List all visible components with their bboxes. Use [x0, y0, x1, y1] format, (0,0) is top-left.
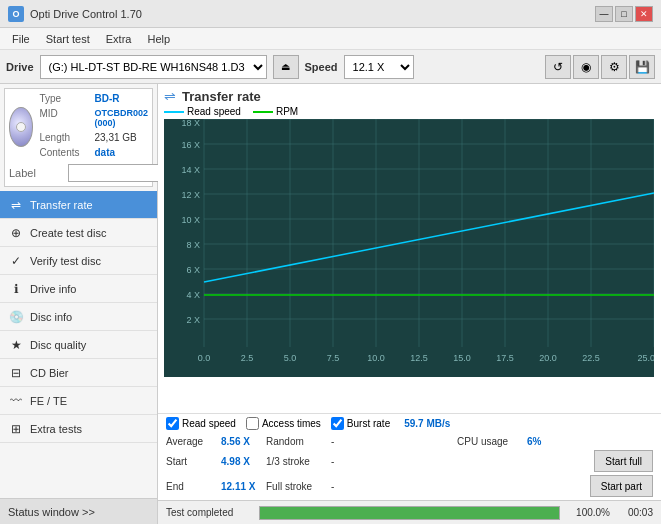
speed-label: Speed	[305, 61, 338, 73]
svg-text:10 X: 10 X	[181, 215, 200, 225]
stats-row-2: Start 4.98 X 1/3 stroke - Start full	[166, 450, 653, 472]
cpu-usage-value: 6%	[527, 436, 653, 447]
average-value: 8.56 X	[221, 436, 266, 447]
start-part-button[interactable]: Start part	[590, 475, 653, 497]
rpm-color	[253, 111, 273, 113]
svg-text:12.5: 12.5	[410, 353, 428, 363]
start-part-container: Start part	[492, 475, 653, 497]
checkbox-row: Read speed Access times Burst rate 59.7 …	[158, 413, 661, 433]
nav-cd-bier[interactable]: ⊟ CD Bier	[0, 359, 157, 387]
svg-text:2 X: 2 X	[186, 315, 200, 325]
legend-rpm: RPM	[253, 106, 298, 117]
disc-contents-value: data	[94, 147, 115, 158]
app-title: Opti Drive Control 1.70	[30, 8, 142, 20]
read-speed-checkbox-label[interactable]: Read speed	[166, 417, 236, 430]
right-panel: ⇌ Transfer rate Read speed RPM	[158, 84, 661, 524]
burst-rate-checkbox[interactable]	[331, 417, 344, 430]
disc-info-panel: Type BD-R MID OTCBDR002 (000) Length 23,…	[4, 88, 153, 187]
close-button[interactable]: ✕	[635, 6, 653, 22]
disc-quality-icon: ★	[8, 337, 24, 353]
svg-text:10.0: 10.0	[367, 353, 385, 363]
save-button[interactable]: 💾	[629, 55, 655, 79]
drivebar: Drive (G:) HL-DT-ST BD-RE WH16NS48 1.D3 …	[0, 50, 661, 84]
disc-label-row: Label 🔍	[9, 164, 148, 182]
disc-type-value: BD-R	[94, 93, 119, 104]
maximize-button[interactable]: □	[615, 6, 633, 22]
status-window-button[interactable]: Status window >>	[0, 498, 157, 524]
disc-icon	[9, 107, 33, 147]
nav-extra-tests-label: Extra tests	[30, 423, 82, 435]
progress-label: Test completed	[166, 507, 251, 518]
full-stroke-value: -	[331, 481, 492, 492]
disc-mid-row: MID OTCBDR002 (000)	[39, 108, 148, 128]
nav-disc-info-label: Disc info	[30, 311, 72, 323]
menu-extra[interactable]: Extra	[98, 31, 140, 47]
nav-verify-test-disc[interactable]: ✓ Verify test disc	[0, 247, 157, 275]
svg-text:4 X: 4 X	[186, 290, 200, 300]
svg-text:12 X: 12 X	[181, 190, 200, 200]
nav-create-test-disc-label: Create test disc	[30, 227, 106, 239]
read-speed-checkbox[interactable]	[166, 417, 179, 430]
svg-text:18 X: 18 X	[181, 119, 200, 128]
nav-disc-info[interactable]: 💿 Disc info	[0, 303, 157, 331]
drive-label: Drive	[6, 61, 34, 73]
transfer-rate-icon: ⇌	[8, 197, 24, 213]
nav-cd-bier-label: CD Bier	[30, 367, 69, 379]
menu-file[interactable]: File	[4, 31, 38, 47]
menu-start-test[interactable]: Start test	[38, 31, 98, 47]
disc-contents-row: Contents data	[39, 147, 148, 158]
third-stroke-label: 1/3 stroke	[266, 456, 331, 467]
svg-text:0.0: 0.0	[198, 353, 211, 363]
nav-disc-quality[interactable]: ★ Disc quality	[0, 331, 157, 359]
eject-button[interactable]: ⏏	[273, 55, 299, 79]
drive-info-icon: ℹ	[8, 281, 24, 297]
svg-text:25.0 GB: 25.0 GB	[637, 353, 654, 363]
stats-row-1: Average 8.56 X Random - CPU usage 6%	[166, 436, 653, 447]
speed-select[interactable]: 12.1 X	[344, 55, 414, 79]
main-area: Type BD-R MID OTCBDR002 (000) Length 23,…	[0, 84, 661, 524]
settings-button[interactable]: ⚙	[601, 55, 627, 79]
access-times-checkbox[interactable]	[246, 417, 259, 430]
start-value: 4.98 X	[221, 456, 266, 467]
nav-drive-info-label: Drive info	[30, 283, 76, 295]
extra-tests-icon: ⊞	[8, 421, 24, 437]
nav-fe-te[interactable]: 〰 FE / TE	[0, 387, 157, 415]
window-controls[interactable]: — □ ✕	[595, 6, 653, 22]
disc-contents-label: Contents	[39, 147, 94, 158]
sidebar: Type BD-R MID OTCBDR002 (000) Length 23,…	[0, 84, 158, 524]
disc-panel-header: Type BD-R MID OTCBDR002 (000) Length 23,…	[9, 93, 148, 160]
legend-read-speed-label: Read speed	[187, 106, 241, 117]
drive-select[interactable]: (G:) HL-DT-ST BD-RE WH16NS48 1.D3	[40, 55, 267, 79]
start-label: Start	[166, 456, 221, 467]
cd-bier-icon: ⊟	[8, 365, 24, 381]
start-full-button[interactable]: Start full	[594, 450, 653, 472]
nav-extra-tests[interactable]: ⊞ Extra tests	[0, 415, 157, 443]
burst-rate-checkbox-label[interactable]: Burst rate	[331, 417, 390, 430]
drive-icon-buttons: ↺ ◉ ⚙ 💾	[545, 55, 655, 79]
progress-time: 00:03	[618, 507, 653, 518]
menu-help[interactable]: Help	[139, 31, 178, 47]
disc-info-icon: 💿	[8, 309, 24, 325]
chart-container: ⇌ Transfer rate Read speed RPM	[158, 84, 661, 413]
nav-transfer-rate[interactable]: ⇌ Transfer rate	[0, 191, 157, 219]
disc-mid-label: MID	[39, 108, 94, 128]
disc-type-label: Type	[39, 93, 94, 104]
nav-items: ⇌ Transfer rate ⊕ Create test disc ✓ Ver…	[0, 191, 157, 443]
nav-fe-te-label: FE / TE	[30, 395, 67, 407]
legend-read-speed: Read speed	[164, 106, 241, 117]
svg-rect-0	[164, 119, 654, 377]
nav-drive-info[interactable]: ℹ Drive info	[0, 275, 157, 303]
third-stroke-value: -	[331, 456, 492, 467]
svg-text:22.5: 22.5	[582, 353, 600, 363]
start-full-container: Start full	[492, 450, 653, 472]
disc-length-value: 23,31 GB	[94, 132, 136, 143]
disc-button[interactable]: ◉	[573, 55, 599, 79]
fe-te-icon: 〰	[8, 393, 24, 409]
minimize-button[interactable]: —	[595, 6, 613, 22]
refresh-button[interactable]: ↺	[545, 55, 571, 79]
nav-create-test-disc[interactable]: ⊕ Create test disc	[0, 219, 157, 247]
progress-area: Test completed 100.0% 00:03	[158, 500, 661, 524]
access-times-checkbox-label[interactable]: Access times	[246, 417, 321, 430]
svg-text:2.5: 2.5	[241, 353, 254, 363]
end-value: 12.11 X	[221, 481, 266, 492]
